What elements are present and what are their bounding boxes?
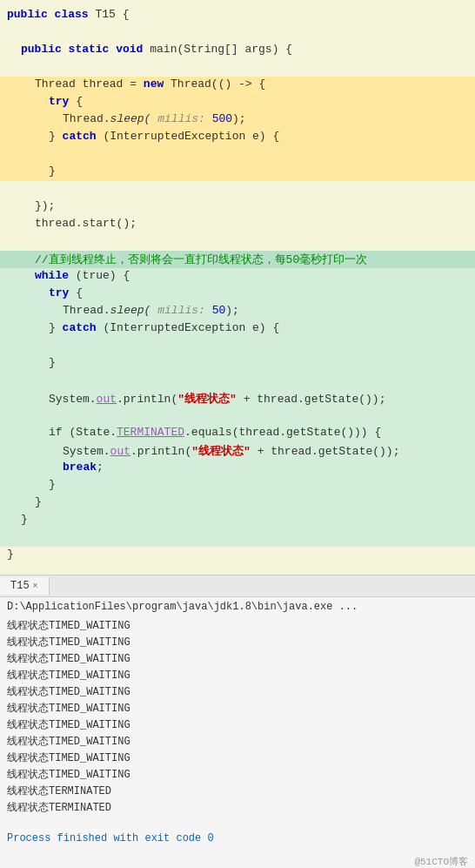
console-tab-label: T15: [10, 580, 30, 592]
code-line: [0, 407, 475, 425]
code-line: break;: [0, 460, 475, 477]
code-line: Thread thread = new Thread(() -> {: [0, 77, 475, 94]
code-line: }: [0, 355, 475, 373]
console-line: 线程状态TIMED_WAITING: [7, 635, 468, 651]
code-line: [0, 529, 475, 547]
code-line: public class T15 {: [0, 7, 475, 24]
code-line: [0, 146, 475, 164]
console-line: 线程状态TIMED_WAITING: [7, 651, 468, 668]
code-line: } catch (InterruptedException e) {: [0, 129, 475, 146]
console-line: 线程状态TIMED_WAITING: [7, 684, 468, 701]
code-line: public static void main(String[] args) {: [0, 42, 475, 59]
code-line: }: [0, 495, 475, 512]
console-output: 线程状态TIMED_WAITING线程状态TIMED_WAITING线程状态TI…: [0, 616, 475, 825]
code-line: [0, 181, 475, 198]
code-line: [0, 373, 475, 390]
code-line: try {: [0, 94, 475, 111]
code-line: try {: [0, 286, 475, 303]
code-line: [0, 233, 475, 251]
console-line: 线程状态TERMINATED: [7, 800, 468, 817]
close-icon[interactable]: ×: [33, 582, 38, 591]
console-path: D:\ApplicationFiles\program\java\jdk1.8\…: [0, 597, 475, 616]
console-line: 线程状态TIMED_WAITING: [7, 717, 468, 734]
console-line: 线程状态TIMED_WAITING: [7, 734, 468, 750]
code-line: [0, 24, 475, 42]
console-line: 线程状态TIMED_WAITING: [7, 668, 468, 684]
code-line: System.out.println("线程状态" + thread.getSt…: [0, 390, 475, 407]
process-finished: Process finished with exit code 0: [0, 825, 475, 851]
code-line: if (State.TERMINATED.equals(thread.getSt…: [0, 425, 475, 442]
code-line: Thread.sleep( millis: 50);: [0, 303, 475, 320]
console-line: 线程状态TIMED_WAITING: [7, 767, 468, 784]
editor-container: public class T15 {public static void mai…: [0, 0, 475, 868]
code-line: }: [0, 547, 475, 564]
code-line: while (true) {: [0, 268, 475, 286]
console-line: 线程状态TIMED_WAITING: [7, 750, 468, 767]
watermark: @51CTO博客: [0, 851, 475, 868]
console-line: 线程状态TIMED_WAITING: [7, 618, 468, 635]
console-area: T15 × D:\ApplicationFiles\program\java\j…: [0, 575, 475, 868]
code-line: }: [0, 164, 475, 181]
code-line: [0, 59, 475, 77]
code-line: thread.start();: [0, 216, 475, 233]
console-tab-t15[interactable]: T15 ×: [0, 577, 50, 595]
code-line: //直到线程终止，否则将会一直打印线程状态，每50毫秒打印一次: [0, 251, 475, 268]
code-line: [0, 338, 475, 355]
console-tab-bar: T15 ×: [0, 575, 475, 597]
console-line: 线程状态TERMINATED: [7, 784, 468, 800]
code-line: System.out.println("线程状态" + thread.getSt…: [0, 442, 475, 460]
code-editor: public class T15 {public static void mai…: [0, 0, 475, 575]
code-line: });: [0, 198, 475, 216]
code-line: } catch (InterruptedException e) {: [0, 320, 475, 338]
code-line: }: [0, 512, 475, 529]
code-line: }: [0, 477, 475, 495]
console-line: 线程状态TIMED_WAITING: [7, 701, 468, 717]
code-line: Thread.sleep( millis: 500);: [0, 111, 475, 129]
